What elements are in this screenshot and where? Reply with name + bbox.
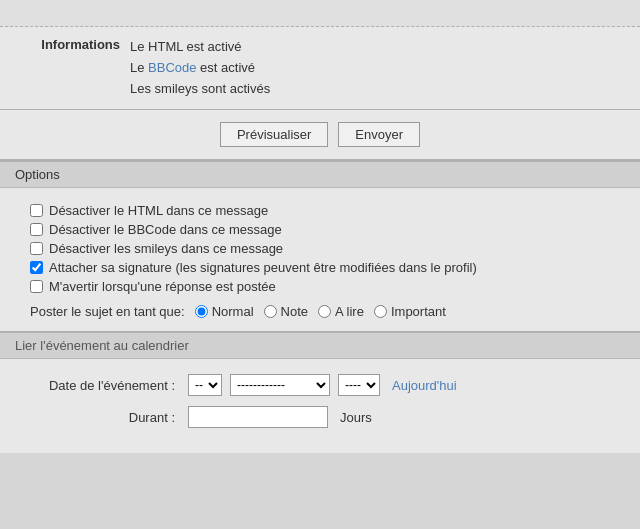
radio-row: Poster le sujet en tant que: Normal Note… [30,304,610,319]
checkbox-row-1: Désactiver le HTML dans ce message [30,203,610,218]
duration-input[interactable] [188,406,328,428]
attach-signature-checkbox[interactable] [30,261,43,274]
checkbox-row-5: M'avertir lorsqu'une réponse est postée [30,279,610,294]
date-day-select[interactable]: -- [188,374,222,396]
date-month-select[interactable]: ------------ [230,374,330,396]
top-spacer [0,0,640,27]
options-body: Désactiver le HTML dans ce message Désac… [0,188,640,331]
radio-alire-label: A lire [335,304,364,319]
radio-alire-input[interactable] [318,305,331,318]
checkbox-row-2: Désactiver le BBCode dans ce message [30,222,610,237]
checkbox-row-4: Attacher sa signature (les signatures pe… [30,260,610,275]
calendar-section: Lier l'événement au calendrier Date de l… [0,331,640,453]
notify-reply-checkbox[interactable] [30,280,43,293]
send-button[interactable]: Envoyer [338,122,420,147]
checkbox-row-3: Désactiver les smileys dans ce message [30,241,610,256]
radio-normal-input[interactable] [195,305,208,318]
notify-reply-label: M'avertir lorsqu'une réponse est postée [49,279,276,294]
info-line-1: Le HTML est activé [130,37,270,58]
disable-bbcode-label: Désactiver le BBCode dans ce message [49,222,282,237]
radio-normal-label: Normal [212,304,254,319]
button-row: Prévisualiser Envoyer [0,110,640,159]
preview-button[interactable]: Prévisualiser [220,122,328,147]
duration-row: Durant : Jours [20,406,620,428]
disable-bbcode-checkbox[interactable] [30,223,43,236]
radio-normal: Normal [195,304,254,319]
radio-note-input[interactable] [264,305,277,318]
options-header: Options [0,162,640,188]
duration-unit: Jours [340,410,372,425]
disable-smileys-checkbox[interactable] [30,242,43,255]
info-label: Informations [20,37,130,99]
disable-html-label: Désactiver le HTML dans ce message [49,203,268,218]
disable-smileys-label: Désactiver les smileys dans ce message [49,241,283,256]
radio-note: Note [264,304,308,319]
info-line-2: Le BBCode est activé [130,58,270,79]
info-line-3: Les smileys sont activés [130,79,270,100]
radio-important-label: Important [391,304,446,319]
calendar-body: Date de l'événement : -- ------------ --… [0,359,640,453]
info-section: Informations Le HTML est activé Le BBCod… [0,27,640,109]
radio-alire: A lire [318,304,364,319]
duration-label: Durant : [20,410,180,425]
radio-important-input[interactable] [374,305,387,318]
bbcode-link[interactable]: BBCode [148,60,196,75]
options-section: Options Désactiver le HTML dans ce messa… [0,160,640,331]
calendar-header: Lier l'événement au calendrier [0,333,640,359]
date-year-select[interactable]: ---- [338,374,380,396]
radio-note-label: Note [281,304,308,319]
disable-html-checkbox[interactable] [30,204,43,217]
radio-important: Important [374,304,446,319]
attach-signature-label: Attacher sa signature (les signatures pe… [49,260,477,275]
date-label: Date de l'événement : [20,378,180,393]
info-content: Le HTML est activé Le BBCode est activé … [130,37,270,99]
date-row: Date de l'événement : -- ------------ --… [20,374,620,396]
radio-row-label: Poster le sujet en tant que: [30,304,185,319]
today-link[interactable]: Aujourd'hui [392,378,457,393]
